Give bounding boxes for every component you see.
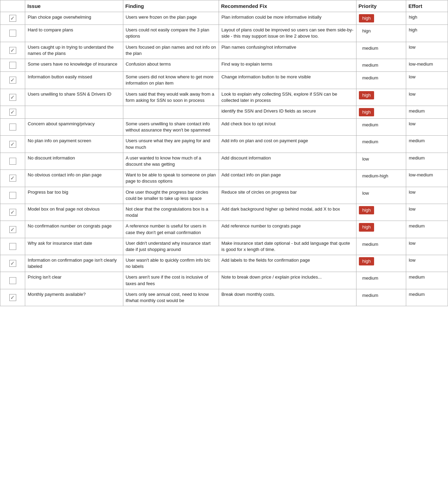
priority-badge: medium bbox=[359, 121, 382, 129]
priority-badge: medium-high bbox=[359, 172, 392, 180]
effort-cell: high bbox=[406, 25, 448, 42]
check-cell[interactable] bbox=[0, 289, 25, 306]
fix-cell: Layout of plans could be improved so use… bbox=[219, 25, 356, 42]
header-effort: Effort bbox=[406, 0, 448, 12]
checkbox[interactable] bbox=[9, 124, 16, 130]
finding-cell: Users unsure what they are paying for an… bbox=[123, 136, 219, 153]
checkbox[interactable] bbox=[9, 15, 16, 22]
priority-cell: medium bbox=[356, 42, 406, 59]
priority-badge: low bbox=[359, 189, 373, 197]
check-cell[interactable] bbox=[0, 187, 25, 204]
check-cell[interactable] bbox=[0, 25, 25, 42]
checkbox[interactable] bbox=[9, 243, 16, 250]
checkbox[interactable] bbox=[9, 294, 16, 301]
fix-cell: identify the SSN and Drivers ID fields a… bbox=[219, 106, 356, 118]
priority-badge: high bbox=[359, 108, 374, 116]
check-cell[interactable] bbox=[0, 89, 25, 106]
table-row: Plan choice page overwhelmingUsers were … bbox=[0, 12, 448, 25]
check-cell[interactable] bbox=[0, 170, 25, 187]
checkbox[interactable] bbox=[9, 109, 16, 116]
check-cell[interactable] bbox=[0, 255, 25, 272]
check-cell[interactable] bbox=[0, 272, 25, 289]
effort-cell: low bbox=[406, 42, 448, 59]
checkbox[interactable] bbox=[9, 175, 16, 182]
table-row: No obvious contact info on plan pageWant… bbox=[0, 170, 448, 187]
table-row: Why ask for insurance start dateUser did… bbox=[0, 238, 448, 255]
priority-cell: high bbox=[356, 221, 406, 238]
fix-cell: Reduce site of circles on progress bar bbox=[219, 187, 356, 204]
fix-cell: Plan information could be more informati… bbox=[219, 12, 356, 25]
check-cell[interactable] bbox=[0, 136, 25, 153]
priority-cell: medium bbox=[356, 59, 406, 71]
priority-cell: medium bbox=[356, 136, 406, 153]
effort-cell: medium bbox=[406, 289, 448, 306]
priority-cell: medium-high bbox=[356, 170, 406, 187]
check-cell[interactable] bbox=[0, 204, 25, 221]
checkbox[interactable] bbox=[9, 192, 16, 199]
fix-cell: Add discount information bbox=[219, 153, 356, 169]
finding-cell: Users said that they would walk away fro… bbox=[123, 89, 219, 106]
issue-cell: Information on confirmation page isn't c… bbox=[25, 255, 123, 272]
priority-cell: medium bbox=[356, 119, 406, 136]
check-cell[interactable] bbox=[0, 106, 25, 118]
table-row: Users unwilling to share SSN & Drivers I… bbox=[0, 89, 448, 106]
finding-cell: Users focused on plan names and not info… bbox=[123, 42, 219, 59]
table-row: No confirmation number on congrats pageA… bbox=[0, 221, 448, 238]
checkbox[interactable] bbox=[9, 260, 16, 267]
issue-cell: Users caught up in trying to understand … bbox=[25, 42, 123, 59]
issue-cell: No confirmation number on congrats page bbox=[25, 221, 123, 238]
check-cell[interactable] bbox=[0, 153, 25, 169]
effort-cell: medium bbox=[406, 106, 448, 118]
check-cell[interactable] bbox=[0, 42, 25, 59]
priority-badge: low bbox=[359, 155, 373, 163]
finding-cell: A user wanted to know how much of a disc… bbox=[123, 153, 219, 169]
finding-cell: Want to be able to speak to someone on p… bbox=[123, 170, 219, 187]
issue-cell: Progress bar too big bbox=[25, 187, 123, 204]
table-row: No plan info on payment screenUsers unsu… bbox=[0, 136, 448, 153]
checkbox[interactable] bbox=[9, 141, 16, 148]
checkbox[interactable] bbox=[9, 209, 16, 216]
effort-cell: high bbox=[406, 12, 448, 25]
priority-cell: high bbox=[356, 204, 406, 221]
effort-cell: low bbox=[406, 119, 448, 136]
table-row: identify the SSN and Drivers ID fields a… bbox=[0, 106, 448, 118]
checkbox[interactable] bbox=[9, 30, 16, 37]
fix-cell: Add labels to the fields for confirmatio… bbox=[219, 255, 356, 272]
priority-badge: medium bbox=[359, 240, 382, 249]
fix-cell: Note to break down price / explain price… bbox=[219, 272, 356, 289]
priority-badge: high bbox=[359, 257, 374, 265]
main-table-container: Issue Finding Recommended Fix Priority E… bbox=[0, 0, 448, 306]
checkbox[interactable] bbox=[9, 47, 16, 54]
check-cell[interactable] bbox=[0, 59, 25, 71]
priority-badge: high bbox=[359, 14, 374, 22]
issue-cell: Monthly payments available? bbox=[25, 289, 123, 306]
checkbox[interactable] bbox=[9, 158, 16, 165]
effort-cell: low bbox=[406, 255, 448, 272]
fix-cell: Add info on plan and cost on payment pag… bbox=[219, 136, 356, 153]
effort-cell: low-medium bbox=[406, 59, 448, 71]
finding-cell: Some users did not know where to get mor… bbox=[123, 72, 219, 89]
fix-cell: Add check box to opt in/out bbox=[219, 119, 356, 136]
checkbox[interactable] bbox=[9, 94, 16, 101]
check-cell[interactable] bbox=[0, 119, 25, 136]
table-row: No discount informationA user wanted to … bbox=[0, 153, 448, 169]
fix-cell: Add reference number to congrats page bbox=[219, 221, 356, 238]
check-cell[interactable] bbox=[0, 221, 25, 238]
checkbox[interactable] bbox=[9, 226, 16, 233]
priority-cell: high bbox=[356, 12, 406, 25]
checkbox[interactable] bbox=[9, 77, 16, 84]
check-cell[interactable] bbox=[0, 12, 25, 25]
check-cell[interactable] bbox=[0, 72, 25, 89]
finding-cell: Users could not easily compare the 3 pla… bbox=[123, 25, 219, 42]
check-cell[interactable] bbox=[0, 238, 25, 255]
issue-cell: Users unwilling to share SSN & Drivers I… bbox=[25, 89, 123, 106]
effort-cell: low-medium bbox=[406, 170, 448, 187]
table-row: Users caught up in trying to understand … bbox=[0, 42, 448, 59]
table-row: Information on confirmation page isn't c… bbox=[0, 255, 448, 272]
table-row: Pricing isn't clearUsers aren't sure if … bbox=[0, 272, 448, 289]
checkbox[interactable] bbox=[9, 277, 16, 284]
priority-cell: high bbox=[356, 89, 406, 106]
checkbox[interactable] bbox=[9, 62, 16, 69]
header-priority: Priority bbox=[356, 0, 406, 12]
priority-badge: medium bbox=[359, 74, 382, 82]
